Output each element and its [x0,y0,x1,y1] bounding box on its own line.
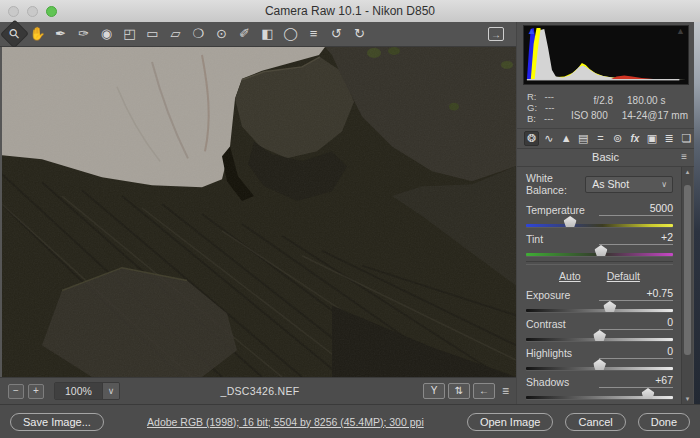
slider-thumb[interactable] [593,359,606,370]
section-divider [526,261,673,265]
slider-track[interactable] [526,309,673,312]
radial-filter-tool-icon[interactable]: ◯ [280,24,301,44]
fullscreen-toggle-icon[interactable]: → [488,27,504,41]
rgb-readout: R:--- G:--- B:--- [527,91,571,124]
adjustment-brush-tool-icon[interactable]: ✐ [234,24,255,44]
slider-track[interactable] [526,367,673,370]
footer-bar: Save Image... Adobe RGB (1998); 16 bit; … [0,404,700,438]
slider-track[interactable] [526,253,673,256]
tab-snapshots[interactable]: ❏ [679,131,694,146]
camera-raw-window: Camera Raw 10.1 - Nikon D850 ⚲✋✒✑◉◰▭▱❍⊙✐… [0,0,700,438]
color-sampler-tool-icon[interactable]: ✑ [73,24,94,44]
slider-value-field[interactable]: +0.75 [599,287,673,301]
workflow-options-link[interactable]: Adobe RGB (1998); 16 bit; 5504 by 8256 (… [104,416,467,428]
slider-thumb[interactable] [603,301,616,312]
slider-value-field[interactable]: 5000 [599,202,673,216]
tab-camera-calibration[interactable]: ▣ [644,131,659,146]
preview-toolbar: − + 100% ∨ _DSC3426.NEF Y ⇅ ← ≡ [0,377,516,404]
sliders: Temperature5000Tint+2AutoDefaultExposure… [526,203,673,404]
zoom-out-button[interactable]: − [8,384,24,399]
default-link[interactable]: Default [607,270,640,282]
tab-effects[interactable]: fx [627,131,642,146]
chevron-down-icon: ∨ [661,180,672,189]
scroll-down-arrow[interactable]: ▾ [686,394,690,404]
zoom-level-value: 100% [55,383,102,399]
shutter-value: 180.00 s [627,95,665,106]
auto-default-row: AutoDefault [526,270,673,282]
transform-tool-icon[interactable]: ▱ [165,24,186,44]
tab-detail[interactable]: ▲ [558,131,573,146]
white-balance-tool-icon[interactable]: ✒ [50,24,71,44]
rotate-right-tool-icon[interactable]: ↻ [349,24,370,44]
zoom-tool-icon[interactable]: ⚲ [0,20,29,49]
panel-header: Basic ≡ [517,149,694,167]
red-eye-tool-icon[interactable]: ⊙ [211,24,232,44]
histogram[interactable]: ▲ ▲ [523,25,689,85]
slider-track[interactable] [526,338,673,341]
slider-highlights: Highlights0 [526,346,673,370]
toolbar-tools: ⚲✋✒✑◉◰▭▱❍⊙✐◧◯≡↺↻ [4,24,370,44]
scrollbar-track[interactable] [684,177,691,394]
cancel-button[interactable]: Cancel [565,413,625,431]
scrollbar-thumb[interactable] [684,185,691,355]
panel-tabs: ❂∿▲▤=⊚fx▣≣❏ [517,129,694,149]
footer-actions: Open Image Cancel Done [467,413,690,431]
zoom-in-button[interactable]: + [28,384,44,399]
panel-menu-icon[interactable]: ≡ [681,151,686,162]
slider-value-field[interactable]: 0 [599,345,673,359]
slider-label: Highlights [526,347,572,359]
before-after-controls: Y ⇅ ← ≡ [423,383,508,399]
auto-link[interactable]: Auto [559,270,581,282]
iso-value: ISO 800 [571,110,608,121]
slider-thumb[interactable] [593,330,606,341]
slider-tint: Tint+2 [526,232,673,256]
rotate-left-tool-icon[interactable]: ↺ [326,24,347,44]
tab-presets[interactable]: ≣ [662,131,677,146]
toolbar: ⚲✋✒✑◉◰▭▱❍⊙✐◧◯≡↺↻ → [0,22,516,47]
open-image-button[interactable]: Open Image [467,413,554,431]
tab-split-toning[interactable]: = [593,131,608,146]
tab-lens-corrections[interactable]: ⊚ [610,131,625,146]
save-image-button[interactable]: Save Image... [10,413,104,431]
slider-track[interactable] [526,224,673,227]
copy-settings-button[interactable]: ← [473,383,495,399]
g-value: --- [545,102,555,113]
graduated-filter-tool-icon[interactable]: ◧ [257,24,278,44]
panel-scroll-area: White Balance: As Shot ∨ Temperature5000… [517,167,694,404]
zoom-level-select[interactable]: 100% ∨ [54,382,120,400]
straighten-tool-icon[interactable]: ▭ [142,24,163,44]
white-balance-select[interactable]: As Shot ∨ [585,176,673,193]
chevron-down-icon: ∨ [102,383,120,399]
crop-tool-icon[interactable]: ◰ [119,24,140,44]
panel-scrollbar[interactable]: ▴ ▾ [681,167,693,404]
preview-preferences-icon[interactable]: ≡ [502,384,508,398]
highlight-clipping-indicator[interactable]: ▲ [676,26,685,36]
scroll-up-arrow[interactable]: ▴ [686,167,690,177]
slider-thumb[interactable] [642,388,655,399]
photo-image [2,47,516,377]
slider-value-field[interactable]: +67 [599,374,673,388]
lens-value: 14-24@17 mm [622,110,688,121]
exposure-info: f/2.8 180.00 s ISO 800 14-24@17 mm [571,91,688,124]
swap-before-after-button[interactable]: ⇅ [448,383,470,399]
white-balance-value: As Shot [586,178,661,190]
slider-thumb[interactable] [564,216,577,227]
tab-basic[interactable]: ❂ [524,131,539,146]
slider-value-field[interactable]: 0 [599,316,673,330]
tab-tone-curve[interactable]: ∿ [541,131,556,146]
slider-thumb[interactable] [594,245,607,256]
tab-hsl-grayscale[interactable]: ▤ [576,131,591,146]
targeted-adjustment-tool-icon[interactable]: ◉ [96,24,117,44]
preferences-tool-icon[interactable]: ≡ [303,24,324,44]
before-after-cycle-button[interactable]: Y [423,383,445,399]
spot-removal-tool-icon[interactable]: ❍ [188,24,209,44]
desktop-sliver [694,22,700,404]
photo-preview[interactable] [0,47,516,377]
shadow-clipping-indicator[interactable]: ▲ [527,26,536,36]
done-button[interactable]: Done [638,413,690,431]
slider-label: Exposure [526,289,570,301]
filename-label: _DSC3426.NEF [120,385,400,397]
hand-tool-icon[interactable]: ✋ [27,24,48,44]
slider-track[interactable] [526,396,673,399]
slider-value-field[interactable]: +2 [599,231,673,245]
